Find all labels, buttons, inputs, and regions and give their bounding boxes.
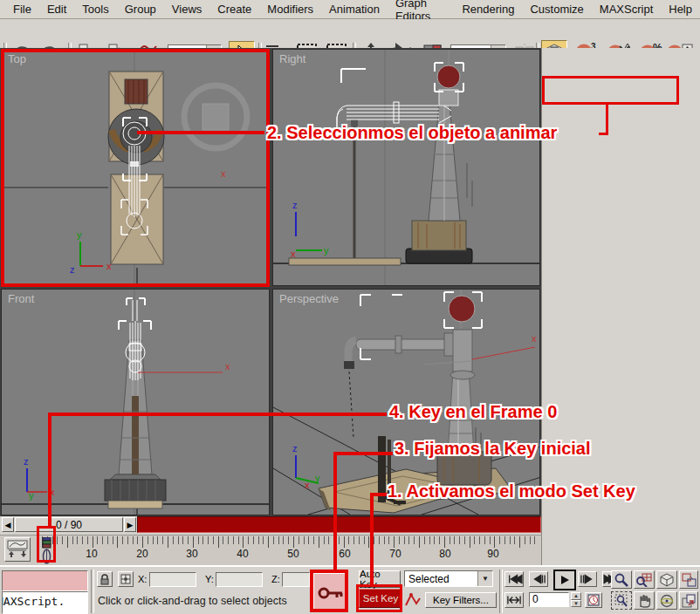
zoom-extents-button[interactable] <box>656 570 677 589</box>
viewport-front[interactable]: Front <box>1 289 270 515</box>
viewport-front-label[interactable]: Front <box>8 292 34 305</box>
key-filters-label: Key Filters... <box>433 595 489 605</box>
menu-help[interactable]: Help <box>661 1 700 17</box>
selection-set-value: Selected <box>405 573 477 585</box>
menu-customize[interactable]: Customize <box>522 1 591 17</box>
next-frame-button[interactable] <box>578 571 597 587</box>
arc-rotate-icon <box>660 594 674 608</box>
zoom-all-icon <box>636 573 652 587</box>
play-button[interactable] <box>553 570 576 590</box>
macro-recorder-pane[interactable] <box>2 570 88 591</box>
menu-modifiers[interactable]: Modifiers <box>259 1 321 17</box>
annotation-step1: 1. Activamos el modo Set Key <box>388 481 635 501</box>
zoom-extents-all-button[interactable] <box>679 570 698 589</box>
z-coordinate-label: Z: <box>271 574 280 584</box>
svg-text:y: y <box>315 473 320 483</box>
tick-90: 90 <box>480 548 506 560</box>
main-toolbar: All ▼ View ▼ 3 % <box>0 19 700 49</box>
time-slider-row: ◀ 0 / 90 ▶ <box>0 516 541 535</box>
zoom-all-button[interactable] <box>634 570 655 589</box>
menu-rendering[interactable]: Rendering <box>454 1 522 17</box>
time-slider-value: 0 / 90 <box>56 519 82 531</box>
menu-edit[interactable]: Edit <box>39 1 74 17</box>
zoom-extents-all-icon <box>682 573 697 587</box>
current-frame-field[interactable]: 0 <box>529 592 569 607</box>
menu-maxscript[interactable]: MAXScript <box>592 1 661 17</box>
frame0-key-highlight-box <box>37 526 56 563</box>
annotation-step2: 2. Seleccionmos el objeto a animar <box>267 123 557 143</box>
svg-text:z: z <box>292 200 298 210</box>
y-coordinate-field[interactable] <box>216 572 263 587</box>
lock-icon <box>100 574 110 585</box>
svg-text:z: z <box>292 443 298 454</box>
annotation-line-step4-h <box>48 413 387 416</box>
right-view-scene: z x y <box>273 50 540 286</box>
x-coordinate-label: X: <box>138 574 147 584</box>
annotation-line-name-to-stack-tick <box>599 133 608 135</box>
zoom-extents-icon <box>660 573 674 587</box>
dropdown-arrow-icon[interactable]: ▼ <box>477 571 492 586</box>
menu-views[interactable]: Views <box>164 1 209 17</box>
zoom-button[interactable] <box>611 570 632 589</box>
front-view-scene: x z y x <box>2 290 270 515</box>
annotation-step4: 4. Key en el Frame 0 <box>389 402 557 422</box>
time-config-icon <box>587 594 600 606</box>
key-mode-toggle-button[interactable] <box>504 592 524 608</box>
selection-lock-button[interactable] <box>97 571 113 587</box>
default-key-tangent-icon[interactable] <box>404 591 422 609</box>
arc-rotate-button[interactable] <box>656 591 677 610</box>
pan-hand-icon <box>637 594 651 608</box>
zoom-icon <box>614 573 628 587</box>
key-filters-button[interactable]: Key Filters... <box>425 592 497 608</box>
absolute-offset-mode-button[interactable] <box>118 571 134 587</box>
absolute-mode-icon <box>120 574 131 584</box>
svg-text:y: y <box>324 245 329 256</box>
mini-curve-editor-icon <box>7 540 28 559</box>
tick-40: 40 <box>230 548 256 560</box>
time-configuration-button[interactable] <box>585 592 602 608</box>
pan-button[interactable] <box>634 591 655 610</box>
track-bar[interactable]: 10 20 30 40 50 60 70 80 90 <box>0 535 541 566</box>
zoom-region-button[interactable] <box>611 591 632 610</box>
tick-20: 20 <box>129 548 155 560</box>
frame-spinner[interactable]: ▲▼ <box>571 592 581 607</box>
x-coordinate-field[interactable] <box>149 572 196 587</box>
annotation-line-step2 <box>137 131 264 134</box>
go-to-start-button[interactable] <box>504 571 524 587</box>
current-frame-value: 0 <box>532 593 539 605</box>
annotation-line-step1-v <box>370 493 374 586</box>
viewport-perspective-label[interactable]: Perspective <box>279 292 339 305</box>
tick-50: 50 <box>280 548 306 560</box>
menu-tools[interactable]: Tools <box>74 1 116 17</box>
time-slider-right-arrow[interactable]: ▶ <box>124 517 136 532</box>
selection-set-dropdown[interactable]: Selected ▼ <box>404 570 493 587</box>
menu-group[interactable]: Group <box>117 1 164 17</box>
z-coordinate-field[interactable] <box>282 572 310 587</box>
viewport-right-label[interactable]: Right <box>279 52 305 65</box>
svg-text:x: x <box>532 333 537 344</box>
time-slider-left-arrow[interactable]: ◀ <box>2 517 14 532</box>
3dsmax-window: File Edit Tools Group Views Create Modif… <box>0 0 700 614</box>
time-slider-handle[interactable]: 0 / 90 <box>15 517 123 532</box>
time-slider-track-setkey[interactable] <box>137 516 541 533</box>
tick-30: 30 <box>179 548 205 560</box>
min-max-toggle-icon <box>682 594 696 608</box>
status-bar: MAXScript. X: Y: Z: Click or click-and-d… <box>0 565 700 614</box>
annotation-line-step3-h <box>335 452 393 455</box>
play-icon <box>559 575 570 585</box>
prompt-line: Click or click-and-drag to select object… <box>98 595 287 607</box>
menu-bar: File Edit Tools Group Views Create Modif… <box>0 0 700 19</box>
tick-10: 10 <box>79 548 105 560</box>
annotation-line-step4-v <box>48 413 51 529</box>
previous-frame-button[interactable] <box>529 571 548 587</box>
menu-animation[interactable]: Animation <box>321 1 388 17</box>
menu-file[interactable]: File <box>5 1 39 17</box>
open-mini-curve-editor-button[interactable] <box>4 537 31 562</box>
menu-create[interactable]: Create <box>209 1 259 17</box>
top-viewport-highlight-border <box>1 49 270 287</box>
annotation-line-step3-v <box>333 452 337 570</box>
maxscript-listener-pane[interactable]: MAXScript. <box>2 591 88 614</box>
y-coordinate-label: Y: <box>205 574 214 584</box>
viewport-right[interactable]: Right <box>272 49 540 286</box>
min-max-toggle-button[interactable] <box>679 591 698 610</box>
